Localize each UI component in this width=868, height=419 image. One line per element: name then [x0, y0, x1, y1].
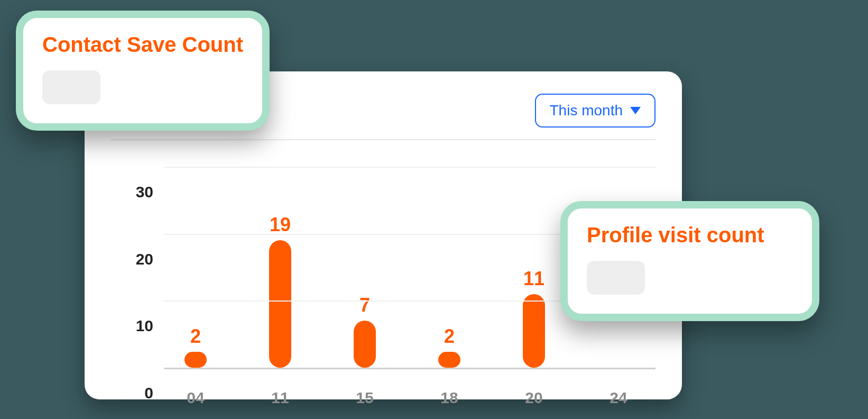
chart-bar-value-label: 19: [270, 214, 291, 236]
date-range-select[interactable]: This month: [535, 94, 656, 127]
chart-x-tick: 11: [271, 389, 289, 407]
contact-save-card: Contact Save Count: [16, 11, 270, 131]
chart-bar-value-label: 2: [444, 325, 455, 348]
chart-bar: [523, 294, 545, 368]
contact-save-value-placeholder: [42, 70, 100, 104]
chart-x-tick: 15: [356, 389, 373, 407]
chart-bar-value-label: 11: [523, 268, 544, 290]
chart-x-tick: 24: [610, 389, 627, 407]
chart-bar-slot: 2: [418, 325, 481, 368]
chart-y-tick: 30: [136, 183, 153, 201]
chevron-down-icon: [630, 107, 641, 114]
chart-bar-value-label: 2: [190, 325, 201, 348]
chart-bar-slot: 11: [502, 268, 566, 368]
chart-baseline: [164, 368, 655, 369]
chart-gridline: [164, 167, 655, 168]
chart-bar: [438, 352, 460, 368]
chart-y-tick: 20: [136, 250, 153, 268]
chart-bar-slot: 7: [333, 294, 396, 368]
chart-bar: [184, 352, 207, 368]
chart-x-tick: 20: [525, 389, 542, 407]
chart-y-tick: 0: [144, 384, 153, 402]
chart-bar-slot: 19: [248, 214, 312, 368]
chart-bar: [354, 321, 376, 368]
chart-y-axis: 0102030: [111, 156, 164, 384]
chart-bar-value-label: 7: [359, 294, 370, 316]
profile-visit-card: Profile visit count: [560, 201, 819, 321]
contact-save-title: Contact Save Count: [42, 33, 243, 57]
chart-x-tick: 04: [187, 389, 204, 407]
chart-y-tick: 10: [136, 317, 153, 335]
chart-bar: [269, 240, 291, 368]
profile-visit-value-placeholder: [587, 261, 645, 295]
date-range-label: This month: [550, 102, 623, 119]
chart-x-axis: 041115182024: [164, 384, 655, 410]
profile-visit-title: Profile visit count: [587, 223, 793, 247]
chart-x-tick: 18: [440, 389, 458, 407]
chart-bar-slot: 2: [164, 325, 227, 368]
